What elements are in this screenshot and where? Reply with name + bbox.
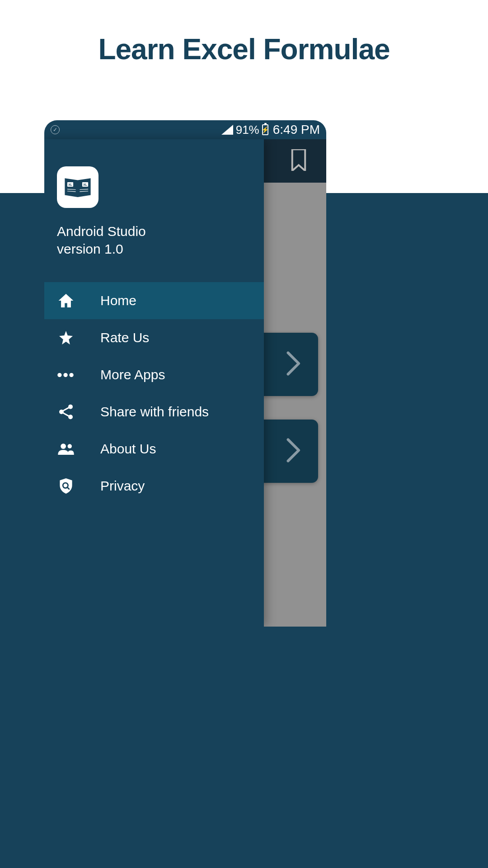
status-left: ✓ xyxy=(51,125,60,134)
signal-icon xyxy=(221,125,233,135)
status-right: 91% ⚡ 6:49 PM xyxy=(221,123,320,137)
star-icon xyxy=(58,331,74,344)
drawer-menu: Home Rate Us ••• More Apps xyxy=(44,282,264,505)
drawer-item-more-apps[interactable]: ••• More Apps xyxy=(44,356,264,393)
drawer-item-label: Privacy xyxy=(100,478,145,494)
navigation-drawer: XL XL Android Studio version 1.0 xyxy=(44,139,264,627)
drawer-item-label: Rate Us xyxy=(100,330,149,345)
svg-text:XL: XL xyxy=(83,183,87,186)
drawer-item-label: Home xyxy=(100,293,136,308)
app-name-label: Android Studio version 1.0 xyxy=(57,222,251,258)
svg-point-14 xyxy=(68,444,72,448)
clock-time: 6:49 PM xyxy=(273,123,320,137)
svg-point-13 xyxy=(61,443,66,449)
page-title: Learn Excel Formulae xyxy=(0,0,488,66)
chevron-right-icon xyxy=(286,438,302,464)
people-icon xyxy=(58,443,74,455)
svg-line-12 xyxy=(63,413,69,416)
drawer-item-rate[interactable]: Rate Us xyxy=(44,319,264,356)
drawer-item-label: Share with friends xyxy=(100,404,209,420)
battery-icon: ⚡ xyxy=(262,124,268,135)
chevron-right-icon xyxy=(286,351,302,377)
app-logo-icon: XL XL xyxy=(57,166,99,208)
svg-text:XL: XL xyxy=(68,183,72,186)
share-icon xyxy=(58,404,74,420)
check-circle-icon: ✓ xyxy=(51,125,60,134)
phone-frame: ✓ 91% ⚡ 6:49 PM xyxy=(44,120,326,627)
home-icon xyxy=(58,294,74,307)
drawer-item-label: About Us xyxy=(100,441,156,457)
battery-percent: 91% xyxy=(236,123,259,137)
drawer-item-share[interactable]: Share with friends xyxy=(44,393,264,430)
drawer-item-privacy[interactable]: Privacy xyxy=(44,467,264,505)
drawer-item-about[interactable]: About Us xyxy=(44,430,264,467)
phone-content: XL XL Android Studio version 1.0 xyxy=(44,139,326,627)
drawer-header: XL XL Android Studio version 1.0 xyxy=(44,139,264,277)
drawer-item-label: More Apps xyxy=(100,367,165,382)
drawer-item-home[interactable]: Home xyxy=(44,282,264,319)
status-bar: ✓ 91% ⚡ 6:49 PM xyxy=(44,120,326,139)
svg-line-11 xyxy=(63,408,69,411)
shield-icon xyxy=(58,478,74,494)
bookmark-icon[interactable] xyxy=(290,149,307,173)
